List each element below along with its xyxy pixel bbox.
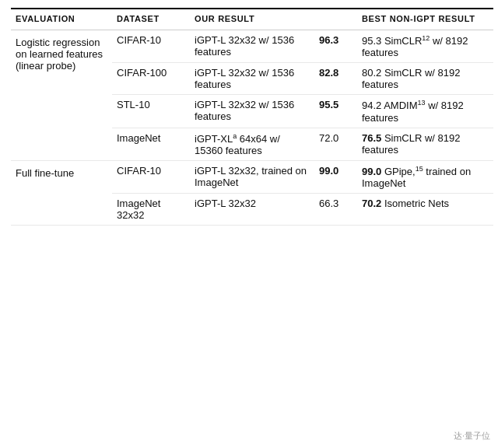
- evaluation-cell: Logistic regression on learned features …: [11, 30, 112, 161]
- col-header-our-score: [314, 9, 357, 30]
- our-score-cell: 96.3: [314, 30, 357, 63]
- col-header-best-non-igpt: BEST NON-iGPT RESULT: [357, 9, 493, 30]
- dataset-cell: CIFAR-100: [112, 63, 190, 95]
- our-score-cell: 66.3: [314, 194, 357, 226]
- best-result-cell: 76.5 SimCLR w/ 8192 features: [357, 128, 493, 160]
- our-result-cell: iGPT-XLa 64x64 w/ 15360 features: [190, 128, 314, 160]
- col-header-dataset: DATASET: [112, 9, 190, 30]
- header-row: EVALUATION DATASET OUR RESULT BEST NON-i…: [11, 9, 493, 30]
- best-result-cell: 70.2 Isometric Nets: [357, 194, 493, 226]
- comparison-table: EVALUATION DATASET OUR RESULT BEST NON-i…: [11, 8, 493, 226]
- best-result-cell: 94.2 AMDIM13 w/ 8192 features: [357, 95, 493, 128]
- best-result-cell: 99.0 GPipe,15 trained on ImageNet: [357, 160, 493, 193]
- watermark-label: 达·量子位: [454, 430, 490, 442]
- col-header-our-result: OUR RESULT: [190, 9, 314, 30]
- our-score-cell: 95.5: [314, 95, 357, 128]
- dataset-cell: ImageNet: [112, 128, 190, 160]
- dataset-cell: CIFAR-10: [112, 160, 190, 193]
- dataset-cell: CIFAR-10: [112, 30, 190, 63]
- our-score-cell: 72.0: [314, 128, 357, 160]
- our-score-cell: 99.0: [314, 160, 357, 193]
- evaluation-cell: Full fine-tune: [11, 160, 112, 225]
- table-row: Full fine-tuneCIFAR-10iGPT-L 32x32, trai…: [11, 160, 493, 193]
- dataset-cell: ImageNet 32x32: [112, 194, 190, 226]
- our-result-cell: iGPT-L 32x32 w/ 1536 features: [190, 30, 314, 63]
- best-result-cell: 95.3 SimCLR12 w/ 8192 features: [357, 30, 493, 63]
- our-result-cell: iGPT-L 32x32 w/ 1536 features: [190, 95, 314, 128]
- our-result-cell: iGPT-L 32x32 w/ 1536 features: [190, 63, 314, 95]
- dataset-cell: STL-10: [112, 95, 190, 128]
- our-result-cell: iGPT-L 32x32, trained on ImageNet: [190, 160, 314, 193]
- our-score-cell: 82.8: [314, 63, 357, 95]
- best-result-cell: 80.2 SimCLR w/ 8192 features: [357, 63, 493, 95]
- col-header-evaluation: EVALUATION: [11, 9, 112, 30]
- table-row: Logistic regression on learned features …: [11, 30, 493, 63]
- our-result-cell: iGPT-L 32x32: [190, 194, 314, 226]
